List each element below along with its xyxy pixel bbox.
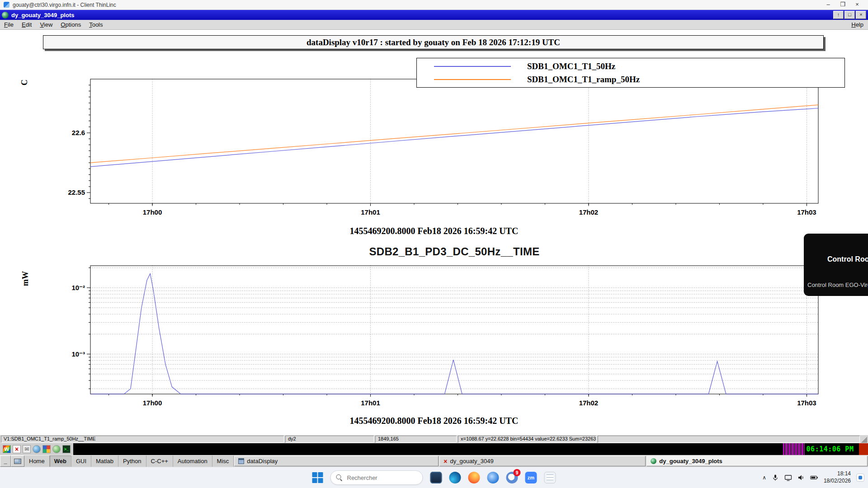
status-cursor-values: x=1088.67 y=22.6228 bin=54434 value=22.6… xyxy=(458,436,596,443)
svg-text:17h01: 17h01 xyxy=(361,208,380,216)
temperature-chart[interactable]: 17h0017h0117h0217h0322.622.55 xyxy=(54,75,850,224)
pager-item-home[interactable]: Home xyxy=(24,455,50,467)
mail-icon[interactable]: ✉ xyxy=(23,445,31,453)
legend-line-blue xyxy=(434,66,511,67)
task-label: dy_gouaty_3049_plots xyxy=(659,458,722,465)
zoom-icon[interactable]: zm xyxy=(525,472,537,483)
window-list-bar: _ Home Web GUI Matlab Python C-C++ Autom… xyxy=(0,455,868,467)
session-banner: dataDisplay v10r17 : started by gouaty o… xyxy=(43,35,824,49)
x11-icon[interactable]: × xyxy=(13,445,21,453)
pager-item-c-cpp[interactable]: C-C++ xyxy=(146,455,173,467)
legend-entry: SDB1_OMC1_T1_ramp_50Hz xyxy=(417,75,844,84)
alert-block xyxy=(859,443,868,455)
pip-overlay[interactable]: Control Room Control Room EGO-Virgo xyxy=(804,234,868,296)
menu-item-file[interactable]: File xyxy=(0,20,18,29)
launcher: W × ✉ >_ xyxy=(0,445,73,453)
tray-clock[interactable]: 18:14 18/02/2026 xyxy=(824,470,851,484)
svg-text:22.55: 22.55 xyxy=(68,188,85,196)
pager-item-python[interactable]: Python xyxy=(118,455,146,467)
swallowed-strip xyxy=(73,443,783,455)
task-button-dy-gouaty-3049-plots[interactable]: dy_gouaty_3049_plots xyxy=(646,456,868,466)
search-icon xyxy=(336,474,343,481)
x-close-icon: × xyxy=(443,458,447,465)
tray-expand-icon[interactable]: ∧ xyxy=(762,474,766,481)
close-window-icon[interactable]: × xyxy=(856,11,866,19)
close-icon[interactable]: × xyxy=(850,0,864,9)
menu-item-view[interactable]: View xyxy=(36,20,57,29)
task-label: dataDisplay xyxy=(247,458,278,465)
system-tray: ∧ 18:14 18/02/2026 xyxy=(762,467,864,488)
svg-text:17h02: 17h02 xyxy=(579,399,599,407)
legend-entry: SDB1_OMC1_T1_50Hz xyxy=(417,61,844,71)
menu-item-tools[interactable]: Tools xyxy=(85,20,107,29)
status-workspace: dy2 xyxy=(285,436,374,443)
pager-item-automation[interactable]: Automation xyxy=(173,455,212,467)
windows-taskbar: 9 zm ∧ 18:14 18/02/2026 xyxy=(0,467,868,488)
svg-text:10⁻²: 10⁻² xyxy=(71,284,85,291)
minimize-all-button[interactable]: _ xyxy=(0,455,11,467)
status-channel: V1:SDB1_OMC1_T1_ramp_50Hz__TIME xyxy=(1,436,284,443)
led-clock: 06:14:06 PM xyxy=(805,443,855,455)
minimize-icon[interactable]: – xyxy=(821,0,835,9)
taskbar-search[interactable] xyxy=(330,470,423,485)
screen: gouaty@ctrl30.virgo.infn.it - Client Thi… xyxy=(0,0,868,488)
chrome-icon[interactable] xyxy=(487,472,499,483)
firefox-icon[interactable] xyxy=(468,472,480,483)
pager-icon xyxy=(14,459,21,464)
pager-item-matlab[interactable]: Matlab xyxy=(91,455,118,467)
notification-center-icon[interactable] xyxy=(856,474,864,482)
menu-item-edit[interactable]: Edit xyxy=(18,20,36,29)
statusbar: V1:SDB1_OMC1_T1_ramp_50Hz__TIME dy2 1849… xyxy=(0,435,868,443)
maximize-icon[interactable]: ❒ xyxy=(835,0,850,9)
y-axis-unit-label: mW xyxy=(21,271,30,286)
volume-icon[interactable] xyxy=(797,474,805,481)
status-cursor-position: 1849,165 xyxy=(375,436,457,443)
svg-text:17h01: 17h01 xyxy=(361,399,380,407)
globe-icon[interactable] xyxy=(33,445,41,453)
task-button-dy-gouaty-3049[interactable]: × dy_gouaty_3049 xyxy=(439,456,646,466)
app-icon[interactable] xyxy=(2,12,9,19)
terminal-icon[interactable]: >_ xyxy=(62,445,71,453)
svg-text:17h02: 17h02 xyxy=(579,208,599,216)
file-explorer-icon[interactable] xyxy=(430,472,442,483)
toolstrip: W × ✉ >_ 06:14:06 PM xyxy=(0,443,868,455)
thinlinc-titlebar: gouaty@ctrl30.virgo.infn.it - Client Thi… xyxy=(0,0,868,10)
clock-gap xyxy=(855,443,859,455)
raise-window-icon[interactable]: ↑ xyxy=(833,11,844,19)
pager-item-gui[interactable]: GUI xyxy=(71,455,91,467)
search-input[interactable] xyxy=(347,474,415,481)
edge-icon[interactable] xyxy=(449,472,461,483)
x11-titlebar[interactable]: dy_gouaty_3049_plots ↑ □ × xyxy=(0,10,868,20)
resize-grip[interactable] xyxy=(861,436,867,443)
thinlinc-icon xyxy=(4,2,9,8)
photodiode-chart[interactable]: 17h0017h0117h0217h0310⁻²10⁻³ xyxy=(54,261,850,415)
pip-title: Control Room xyxy=(827,255,868,263)
legend-line-orange xyxy=(434,79,511,80)
menu-item-help[interactable]: Help xyxy=(847,20,868,29)
battery-icon[interactable] xyxy=(810,474,818,481)
pager-item-web[interactable]: Web xyxy=(50,455,71,467)
menubar: File Edit View Options Tools Help xyxy=(0,20,868,30)
legend-label: SDB1_OMC1_T1_ramp_50Hz xyxy=(527,75,640,84)
task-button-datadisplay[interactable]: dataDisplay xyxy=(234,456,439,466)
maximize-window-icon[interactable]: □ xyxy=(844,11,855,19)
chart2-title: SDB2_B1_PD3_DC_50Hz__TIME xyxy=(90,245,818,258)
pager-button[interactable] xyxy=(11,455,24,467)
chart-legend: SDB1_OMC1_T1_50Hz SDB1_OMC1_T1_ramp_50Hz xyxy=(416,58,845,88)
apps-icon[interactable] xyxy=(42,445,51,453)
notepad-icon[interactable] xyxy=(544,472,556,483)
logo-icon[interactable]: W xyxy=(3,445,11,453)
window-title: dy_gouaty_3049_plots xyxy=(11,12,74,19)
sphere-icon[interactable] xyxy=(52,445,61,453)
teams-icon[interactable]: 9 xyxy=(506,472,518,483)
plot-window-icon xyxy=(651,458,656,464)
pager-item-misc[interactable]: Misc xyxy=(212,455,234,467)
start-button[interactable] xyxy=(312,472,323,483)
svg-text:10⁻³: 10⁻³ xyxy=(71,350,85,358)
thinlinc-title: gouaty@ctrl30.virgo.infn.it - Client Thi… xyxy=(13,2,116,8)
menu-item-options[interactable]: Options xyxy=(57,20,85,29)
microphone-icon[interactable] xyxy=(772,474,779,481)
pip-subtitle: Control Room EGO-Virgo xyxy=(807,282,868,288)
legend-label: SDB1_OMC1_T1_50Hz xyxy=(527,61,615,71)
cast-screen-icon[interactable] xyxy=(784,474,792,481)
